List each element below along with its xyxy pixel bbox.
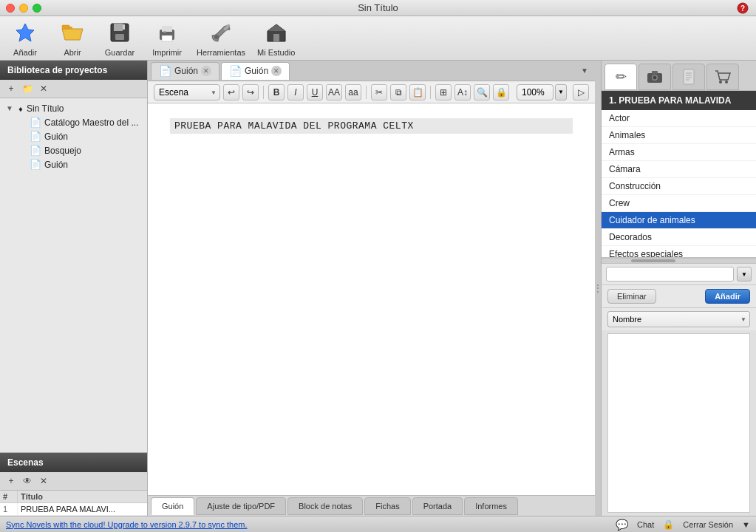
center-area: 📄 Guión ✕ 📄 Guión ✕ ▼ Escena ↩ ↪ B I [148,61,595,516]
rp-tab-doc[interactable] [672,64,705,90]
bottom-tab-block[interactable]: Block de notas [287,497,363,515]
print-button[interactable]: Imprimir [149,19,185,57]
scenes-eye-btn[interactable]: 👁 [21,474,34,488]
titlebar: Sin Título ? [0,0,756,16]
bottom-tab-guion[interactable]: Guión [151,497,194,515]
rp-tab-cart[interactable] [706,64,739,90]
sidebar-add-btn[interactable]: + [4,82,18,95]
scenes-section: Escenas + 👁 ✕ # Título 1 PRUEBA PARA MAL… [0,452,147,516]
right-panel-scrollbar[interactable] [602,258,756,264]
open-button[interactable]: Abrir [55,19,90,57]
bottom-tab-portada[interactable]: Portada [412,497,463,515]
italic-btn[interactable]: I [287,84,304,100]
underline-btn[interactable]: U [307,84,323,100]
save-button[interactable]: Guardar [102,19,137,57]
scenes-delete-btn[interactable]: ✕ [37,474,50,488]
rp-search-input[interactable] [606,267,734,282]
svg-point-29 [725,81,728,83]
nombre-select[interactable]: Nombre [607,311,750,327]
chat-label[interactable]: Chat [637,520,654,529]
svg-point-28 [719,81,722,83]
lock-icon: 🔒 [663,519,674,530]
add-button[interactable]: Añadir [7,19,43,57]
rp-tab-camera[interactable] [638,64,671,90]
rp-item-8[interactable]: Efectos especiales [602,246,756,258]
expand-btn[interactable]: ▷ [573,84,589,100]
tab-close-1[interactable]: ✕ [271,66,282,76]
session-label[interactable]: Cerrar Sesión [683,520,733,529]
tab-close-0[interactable]: ✕ [201,66,211,76]
font-large-btn[interactable]: AA [326,84,342,100]
file-icon-2: 📄 [30,145,41,156]
nombre-content-area[interactable] [607,333,750,513]
rp-item-6[interactable]: Cuidador de animales [602,212,756,229]
zoom-input[interactable] [517,84,554,100]
main-toolbar: Añadir Abrir Guardar [0,16,756,61]
open-icon [59,19,86,46]
file-icon-3: 📄 [30,159,41,170]
maximize-button[interactable] [33,4,41,13]
tree-item-0[interactable]: 📄 Catálogo Maestro del ... [12,115,147,129]
rp-item-1[interactable]: Animales [602,127,756,144]
tree-item-2[interactable]: 📄 Bosquejo [12,143,147,157]
zoom-arrow-btn[interactable]: ▼ [555,84,567,100]
tabs-menu-btn[interactable]: ▼ [577,64,592,78]
rp-item-2[interactable]: Armas [602,144,756,161]
tree-root[interactable]: ▼ ⬧ Sin Título [0,101,147,115]
rp-item-3[interactable]: Cámara [602,161,756,178]
search-btn[interactable]: 🔍 [474,84,490,100]
scenes-header: Escenas [0,453,147,472]
paste-btn[interactable]: 📋 [409,84,426,100]
scrollbar-thumb[interactable] [631,259,675,262]
chat-icon: 💬 [616,519,628,531]
rp-item-7[interactable]: Decorados [602,229,756,246]
eliminar-button[interactable]: Eliminar [607,289,656,304]
resize-handle[interactable] [595,61,601,516]
studio-button[interactable]: Mi Estudio [257,19,295,57]
tree-item-1[interactable]: 📄 Guión [12,129,147,143]
format-btn-b[interactable]: A↕ [454,84,471,100]
bottom-tab-ajuste[interactable]: Ajuste de tipo/PDF [196,497,286,515]
tab-0[interactable]: 📄 Guión ✕ [151,62,219,80]
close-button[interactable] [6,4,15,13]
tools-button[interactable]: Herramientas [197,19,245,57]
main-content: Biblioteca de proyectos + 📁 ✕ ▼ ⬧ Sin Tí… [0,61,756,516]
tree-item-3[interactable]: 📄 Guión [12,157,147,171]
rp-item-4[interactable]: Construcción [602,178,756,195]
sidebar-folder-btn[interactable]: 📁 [21,82,34,95]
file-icon-0: 📄 [30,117,41,128]
rp-arrow-btn[interactable]: ▼ [737,267,752,282]
rp-tab-pencil[interactable]: ✏ [605,64,637,90]
lock-btn[interactable]: 🔒 [493,84,509,100]
minimize-button[interactable] [19,4,28,13]
help-icon[interactable]: ? [737,2,749,16]
right-panel-list[interactable]: Actor Animales Armas Cámara Construcción… [602,110,756,258]
format-toolbar: Escena ↩ ↪ B I U AA aa ✂ ⧉ 📋 ⊞ A↕ 🔍 🔒 ▼ [148,81,595,103]
sync-link[interactable]: Sync Novels with the cloud! Upgrade to v… [6,520,248,529]
session-arrow[interactable]: ▼ [742,520,750,529]
bold-btn[interactable]: B [268,84,285,100]
scene-row-0[interactable]: 1 PRUEBA PARA MALAVI... [0,503,147,516]
svg-rect-18 [273,34,279,41]
tools-icon [208,19,234,46]
anadir-button[interactable]: Añadir [705,289,750,304]
font-small-btn[interactable]: aa [345,84,361,100]
traffic-lights [6,4,41,13]
scenes-add-btn[interactable]: + [4,474,18,488]
statusbar: Sync Novels with the cloud! Upgrade to v… [0,516,756,532]
tab-1[interactable]: 📄 Guión ✕ [221,62,290,80]
format-btn-a[interactable]: ⊞ [435,84,452,100]
svg-rect-23 [684,69,694,84]
scene-type-select-wrap: Escena [154,84,220,100]
cut-btn[interactable]: ✂ [371,84,387,100]
undo-btn[interactable]: ↩ [223,84,239,100]
rp-item-5[interactable]: Crew [602,195,756,212]
rp-item-0[interactable]: Actor [602,110,756,127]
bottom-tab-informes[interactable]: Informes [464,497,518,515]
script-editor[interactable]: PRUEBA PARA MALAVIDA DEL PROGRAMA CELTX [148,103,595,495]
sidebar-delete-btn[interactable]: ✕ [37,82,50,95]
bottom-tab-fichas[interactable]: Fichas [364,497,410,515]
redo-btn[interactable]: ↪ [242,84,259,100]
scene-type-select[interactable]: Escena [154,84,220,100]
copy-btn[interactable]: ⧉ [390,84,406,100]
